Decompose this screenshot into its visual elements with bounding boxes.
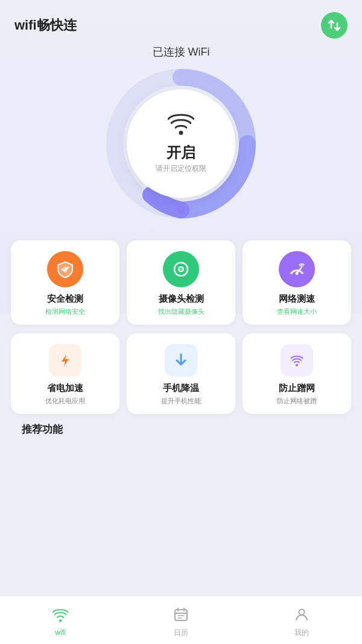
shield-icon (56, 260, 74, 278)
security-title: 安全检测 (47, 293, 83, 305)
bottom-nav: wifi 日历 我的 (0, 596, 362, 644)
camera-icon (172, 260, 190, 278)
protect-sub: 防止网络被蹭 (277, 397, 317, 406)
wifi-ring-container[interactable]: 开启 请开启定位权限 (103, 65, 259, 222)
security-icon-circle (47, 251, 83, 287)
ring-inner: 开启 请开启定位权限 (127, 89, 235, 198)
battery-icon-square (49, 344, 81, 377)
battery-title: 省电加速 (47, 383, 83, 394)
feature-card-protect[interactable]: 防止蹭网 防止网络被蹭 (243, 333, 351, 414)
nav-wifi-icon (52, 609, 68, 626)
app-title: wifi畅快连 (14, 16, 77, 34)
protect-title: 防止蹭网 (279, 383, 315, 394)
bolt-icon (57, 352, 74, 369)
arrow-down-icon (173, 352, 189, 369)
svg-point-7 (296, 272, 299, 275)
nav-wifi-label: wifi (55, 628, 65, 637)
svg-point-9 (296, 364, 298, 366)
feature-card-cool[interactable]: 手机降温 提升手机性能 (127, 333, 235, 414)
speed-title: 网络测速 (279, 293, 315, 305)
cool-title: 手机降温 (163, 383, 199, 394)
cool-sub: 提升手机性能 (161, 397, 201, 406)
nav-calendar-label: 日历 (174, 628, 188, 638)
header: wifi畅快连 (0, 0, 362, 45)
feature-card-speed[interactable]: 网络测速 查看网速大小 (243, 240, 351, 325)
feature-card-security[interactable]: 安全检测 检测网络安全 (11, 240, 119, 325)
bottom-section: 推荐功能 (11, 422, 351, 436)
camera-sub: 找出隐藏摄像头 (158, 307, 205, 316)
features-section: 安全检测 检测网络安全 摄像头检测 找出隐藏摄像头 (0, 240, 362, 436)
nav-item-profile[interactable]: 我的 (241, 602, 362, 638)
features-row-top: 安全检测 检测网络安全 摄像头检测 找出隐藏摄像头 (11, 240, 351, 325)
svg-point-1 (179, 131, 183, 135)
svg-point-5 (180, 269, 182, 270)
nav-profile-label: 我的 (294, 628, 309, 638)
ring-main-text: 开启 (167, 143, 195, 162)
bottom-section-title: 推荐功能 (22, 418, 63, 435)
svg-point-8 (301, 266, 303, 268)
camera-icon-circle (163, 251, 199, 287)
nav-item-calendar[interactable]: 日历 (121, 602, 241, 638)
ring-dot (177, 206, 185, 214)
shield-wifi-icon (288, 352, 305, 369)
camera-title: 摄像头检测 (159, 293, 204, 305)
feature-card-battery[interactable]: 省电加速 优化耗电应用 (11, 333, 119, 414)
header-action-button[interactable] (321, 12, 348, 39)
security-sub: 检测网络安全 (45, 307, 85, 316)
protect-icon-square (281, 344, 313, 377)
wifi-status-label: 已连接 WiFi (0, 45, 362, 59)
nav-profile-icon (294, 607, 309, 625)
speed-icon-circle (279, 251, 315, 287)
svg-rect-11 (175, 610, 187, 620)
feature-card-camera[interactable]: 摄像头检测 找出隐藏摄像头 (127, 240, 235, 325)
svg-point-17 (299, 610, 305, 615)
wifi-center-icon (168, 113, 194, 141)
cool-icon-square (165, 344, 197, 377)
transfer-icon (327, 18, 341, 33)
nav-item-wifi[interactable]: wifi (0, 604, 121, 637)
battery-sub: 优化耗电应用 (45, 397, 85, 406)
ring-sub-text: 请开启定位权限 (156, 164, 206, 174)
speedometer-icon (288, 260, 306, 278)
svg-point-10 (59, 619, 62, 622)
nav-calendar-icon (174, 607, 188, 625)
speed-sub: 查看网速大小 (277, 307, 317, 316)
features-row-bottom: 省电加速 优化耗电应用 手机降温 提升手机性能 (11, 333, 351, 414)
